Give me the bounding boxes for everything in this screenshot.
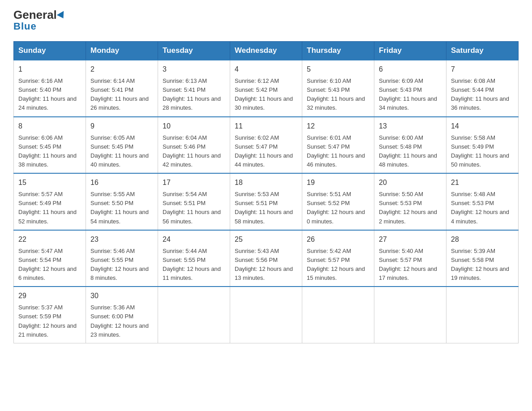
calendar-table: SundayMondayTuesdayWednesdayThursdayFrid… xyxy=(13,41,519,343)
day-number: 11 xyxy=(235,121,297,132)
calendar-cell: 28 Sunrise: 5:39 AMSunset: 5:58 PMDaylig… xyxy=(446,230,519,287)
calendar-cell: 8 Sunrise: 6:06 AMSunset: 5:45 PMDayligh… xyxy=(14,117,86,174)
day-info: Sunrise: 5:51 AMSunset: 5:52 PMDaylight:… xyxy=(307,190,369,226)
logo-blue-text: Blue xyxy=(13,21,37,32)
day-number: 20 xyxy=(379,177,442,188)
day-number: 19 xyxy=(307,177,369,188)
day-number: 16 xyxy=(90,177,153,188)
day-number: 21 xyxy=(451,177,514,188)
day-number: 8 xyxy=(18,121,81,132)
calendar-cell: 22 Sunrise: 5:47 AMSunset: 5:54 PMDaylig… xyxy=(14,230,86,287)
calendar-cell: 20 Sunrise: 5:50 AMSunset: 5:53 PMDaylig… xyxy=(374,173,446,230)
day-info: Sunrise: 5:39 AMSunset: 5:58 PMDaylight:… xyxy=(451,247,514,283)
column-header-saturday: Saturday xyxy=(446,42,519,60)
calendar-cell: 4 Sunrise: 6:12 AMSunset: 5:42 PMDayligh… xyxy=(230,60,302,117)
calendar-cell xyxy=(158,287,230,343)
day-number: 26 xyxy=(307,234,369,245)
calendar-week-row: 15 Sunrise: 5:57 AMSunset: 5:49 PMDaylig… xyxy=(14,173,519,230)
calendar-cell: 14 Sunrise: 5:58 AMSunset: 5:49 PMDaylig… xyxy=(446,117,519,174)
column-header-monday: Monday xyxy=(86,42,158,60)
day-info: Sunrise: 5:48 AMSunset: 5:53 PMDaylight:… xyxy=(451,190,514,226)
calendar-cell: 19 Sunrise: 5:51 AMSunset: 5:52 PMDaylig… xyxy=(302,173,374,230)
calendar-cell: 26 Sunrise: 5:42 AMSunset: 5:57 PMDaylig… xyxy=(302,230,374,287)
day-info: Sunrise: 6:13 AMSunset: 5:41 PMDaylight:… xyxy=(163,77,225,113)
calendar-cell: 24 Sunrise: 5:44 AMSunset: 5:55 PMDaylig… xyxy=(158,230,230,287)
calendar-cell: 25 Sunrise: 5:43 AMSunset: 5:56 PMDaylig… xyxy=(230,230,302,287)
day-info: Sunrise: 6:06 AMSunset: 5:45 PMDaylight:… xyxy=(18,133,81,170)
day-number: 30 xyxy=(90,291,153,301)
day-info: Sunrise: 6:16 AMSunset: 5:40 PMDaylight:… xyxy=(18,77,81,113)
logo: General Blue xyxy=(13,9,66,32)
calendar-cell: 17 Sunrise: 5:54 AMSunset: 5:51 PMDaylig… xyxy=(158,173,230,230)
calendar-cell: 29 Sunrise: 5:37 AMSunset: 5:59 PMDaylig… xyxy=(14,287,86,343)
day-info: Sunrise: 5:57 AMSunset: 5:49 PMDaylight:… xyxy=(18,190,81,226)
day-info: Sunrise: 6:09 AMSunset: 5:43 PMDaylight:… xyxy=(379,77,442,113)
day-number: 24 xyxy=(163,234,225,245)
day-number: 1 xyxy=(18,64,81,75)
calendar-cell: 2 Sunrise: 6:14 AMSunset: 5:41 PMDayligh… xyxy=(86,60,158,117)
calendar-cell: 23 Sunrise: 5:46 AMSunset: 5:55 PMDaylig… xyxy=(86,230,158,287)
day-number: 7 xyxy=(451,64,514,75)
calendar-cell: 11 Sunrise: 6:02 AMSunset: 5:47 PMDaylig… xyxy=(230,117,302,174)
day-number: 25 xyxy=(235,234,297,245)
calendar-cell: 27 Sunrise: 5:40 AMSunset: 5:57 PMDaylig… xyxy=(374,230,446,287)
day-info: Sunrise: 6:01 AMSunset: 5:47 PMDaylight:… xyxy=(307,133,369,170)
day-number: 3 xyxy=(163,64,225,75)
day-info: Sunrise: 5:55 AMSunset: 5:50 PMDaylight:… xyxy=(90,190,153,226)
calendar-week-row: 1 Sunrise: 6:16 AMSunset: 5:40 PMDayligh… xyxy=(14,60,519,117)
column-header-sunday: Sunday xyxy=(14,42,86,60)
calendar-cell: 6 Sunrise: 6:09 AMSunset: 5:43 PMDayligh… xyxy=(374,60,446,117)
day-number: 18 xyxy=(235,177,297,188)
day-info: Sunrise: 6:10 AMSunset: 5:43 PMDaylight:… xyxy=(307,77,369,113)
day-info: Sunrise: 5:36 AMSunset: 6:00 PMDaylight:… xyxy=(90,303,153,339)
calendar-cell: 9 Sunrise: 6:05 AMSunset: 5:45 PMDayligh… xyxy=(86,117,158,174)
calendar-cell: 7 Sunrise: 6:08 AMSunset: 5:44 PMDayligh… xyxy=(446,60,519,117)
calendar-cell: 13 Sunrise: 6:00 AMSunset: 5:48 PMDaylig… xyxy=(374,117,446,174)
day-number: 6 xyxy=(379,64,442,75)
calendar-cell: 12 Sunrise: 6:01 AMSunset: 5:47 PMDaylig… xyxy=(302,117,374,174)
day-info: Sunrise: 5:37 AMSunset: 5:59 PMDaylight:… xyxy=(18,303,81,339)
day-info: Sunrise: 5:50 AMSunset: 5:53 PMDaylight:… xyxy=(379,190,442,226)
column-header-wednesday: Wednesday xyxy=(230,42,302,60)
day-info: Sunrise: 6:04 AMSunset: 5:46 PMDaylight:… xyxy=(163,133,225,170)
day-info: Sunrise: 5:43 AMSunset: 5:56 PMDaylight:… xyxy=(235,247,297,283)
calendar-cell xyxy=(302,287,374,343)
day-info: Sunrise: 6:14 AMSunset: 5:41 PMDaylight:… xyxy=(90,77,153,113)
day-info: Sunrise: 5:42 AMSunset: 5:57 PMDaylight:… xyxy=(307,247,369,283)
day-number: 29 xyxy=(18,291,81,301)
day-number: 4 xyxy=(235,64,297,75)
day-number: 22 xyxy=(18,234,81,245)
day-number: 2 xyxy=(90,64,153,75)
calendar-cell: 18 Sunrise: 5:53 AMSunset: 5:51 PMDaylig… xyxy=(230,173,302,230)
calendar-cell: 15 Sunrise: 5:57 AMSunset: 5:49 PMDaylig… xyxy=(14,173,86,230)
day-info: Sunrise: 5:53 AMSunset: 5:51 PMDaylight:… xyxy=(235,190,297,226)
day-number: 14 xyxy=(451,121,514,132)
logo-triangle-icon xyxy=(57,11,67,21)
day-number: 23 xyxy=(90,234,153,245)
calendar-cell xyxy=(374,287,446,343)
calendar-cell xyxy=(230,287,302,343)
day-info: Sunrise: 5:47 AMSunset: 5:54 PMDaylight:… xyxy=(18,247,81,283)
calendar-cell: 1 Sunrise: 6:16 AMSunset: 5:40 PMDayligh… xyxy=(14,60,86,117)
calendar-week-row: 8 Sunrise: 6:06 AMSunset: 5:45 PMDayligh… xyxy=(14,117,519,174)
calendar-cell: 21 Sunrise: 5:48 AMSunset: 5:53 PMDaylig… xyxy=(446,173,519,230)
calendar-cell: 16 Sunrise: 5:55 AMSunset: 5:50 PMDaylig… xyxy=(86,173,158,230)
day-number: 15 xyxy=(18,177,81,188)
logo-text: General xyxy=(13,9,66,21)
column-header-tuesday: Tuesday xyxy=(158,42,230,60)
day-info: Sunrise: 5:58 AMSunset: 5:49 PMDaylight:… xyxy=(451,133,514,170)
day-number: 5 xyxy=(307,64,369,75)
calendar-week-row: 22 Sunrise: 5:47 AMSunset: 5:54 PMDaylig… xyxy=(14,230,519,287)
day-info: Sunrise: 6:08 AMSunset: 5:44 PMDaylight:… xyxy=(451,77,514,113)
day-info: Sunrise: 6:12 AMSunset: 5:42 PMDaylight:… xyxy=(235,77,297,113)
calendar-header-row: SundayMondayTuesdayWednesdayThursdayFrid… xyxy=(14,42,519,60)
day-info: Sunrise: 6:00 AMSunset: 5:48 PMDaylight:… xyxy=(379,133,442,170)
column-header-thursday: Thursday xyxy=(302,42,374,60)
day-info: Sunrise: 5:46 AMSunset: 5:55 PMDaylight:… xyxy=(90,247,153,283)
calendar-cell: 5 Sunrise: 6:10 AMSunset: 5:43 PMDayligh… xyxy=(302,60,374,117)
calendar-cell xyxy=(446,287,519,343)
column-header-friday: Friday xyxy=(374,42,446,60)
calendar-week-row: 29 Sunrise: 5:37 AMSunset: 5:59 PMDaylig… xyxy=(14,287,519,343)
day-number: 10 xyxy=(163,121,225,132)
calendar-cell: 3 Sunrise: 6:13 AMSunset: 5:41 PMDayligh… xyxy=(158,60,230,117)
